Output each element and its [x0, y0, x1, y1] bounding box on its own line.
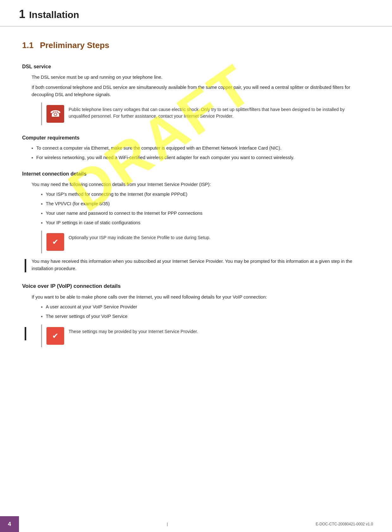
- check-icon: [46, 233, 64, 251]
- voip-heading: Voice over IP (VoIP) connection details: [22, 282, 370, 290]
- list-item-text: The server settings of your VoIP Service: [46, 313, 127, 320]
- dsl-service-heading: DSL service: [22, 63, 370, 71]
- chapter-number: 1: [19, 6, 25, 23]
- dsl-text-2: If both conventional telephone and DSL s…: [32, 84, 370, 98]
- internet-note2: You may have received this information w…: [32, 258, 370, 272]
- list-item: Your ISP's method for connecting to the …: [41, 191, 370, 198]
- dsl-service-section: DSL service The DSL service must be up a…: [22, 63, 370, 125]
- voip-intro: If you want to be able to make phone cal…: [32, 294, 370, 300]
- list-item-text: Your ISP's method for connecting to the …: [46, 191, 187, 198]
- main-content: 1.1Preliminary Steps DSL service The DSL…: [0, 27, 392, 377]
- dsl-service-body: The DSL service must be up and running o…: [32, 74, 370, 125]
- list-item-text: For wireless networking, you will need a…: [36, 154, 294, 161]
- list-item-text: Your user name and password to connect t…: [46, 210, 203, 217]
- computer-requirements-list: To connect a computer via Ethernet, make…: [32, 145, 370, 161]
- phone-warning-icon: [46, 105, 64, 123]
- check-icon-voip: [46, 327, 64, 345]
- internet-connection-section: Internet connection details You may need…: [22, 170, 370, 272]
- list-item: For wireless networking, you will need a…: [32, 154, 370, 161]
- internet-items-list: Your ISP's method for connecting to the …: [41, 191, 370, 226]
- sidebar-marker-internet: [25, 259, 26, 272]
- list-item: A user account at your VoIP Service Prov…: [41, 304, 370, 311]
- dsl-text-1: The DSL service must be up and running o…: [32, 74, 370, 81]
- internet-connection-heading: Internet connection details: [22, 170, 370, 178]
- internet-connection-body: You may need the following connection de…: [32, 181, 370, 253]
- page-footer: 4 | E-DOC-CTC-20080421-0002 v1.0: [0, 516, 392, 532]
- list-item-text: The VPI/VCI (for example 8/35): [46, 201, 110, 207]
- list-item: To connect a computer via Ethernet, make…: [32, 145, 370, 152]
- footer-page-number: 4: [0, 516, 19, 532]
- internet-intro: You may need the following connection de…: [32, 181, 370, 188]
- internet-note-text: Optionally your ISP may indicate the Ser…: [69, 233, 211, 241]
- sidebar-marker-voip: [25, 327, 26, 340]
- list-item: The VPI/VCI (for example 8/35): [41, 201, 370, 207]
- voip-body: If you want to be able to make phone cal…: [32, 294, 370, 347]
- list-item: The server settings of your VoIP Service: [41, 313, 370, 320]
- voip-section: Voice over IP (VoIP) connection details …: [22, 282, 370, 347]
- computer-requirements-section: Computer requirements To connect a compu…: [22, 134, 370, 161]
- voip-note-text: These settings may be provided by your I…: [69, 327, 198, 335]
- list-item-text: Your IP settings in case of static confi…: [46, 220, 140, 226]
- section-title: Preliminary Steps: [40, 40, 109, 50]
- computer-requirements-heading: Computer requirements: [22, 134, 370, 142]
- voip-note-outer: These settings may be provided by your I…: [32, 325, 370, 347]
- list-item: Your user name and password to connect t…: [41, 210, 370, 217]
- footer-doc-number: E-DOC-CTC-20080421-0002 v1.0: [316, 521, 392, 527]
- list-item-text: To connect a computer via Ethernet, make…: [36, 145, 281, 152]
- page-header: 1 Installation: [0, 0, 392, 27]
- section-number: 1.1: [22, 40, 34, 50]
- list-item-text: A user account at your VoIP Service Prov…: [46, 304, 137, 311]
- list-item: Your IP settings in case of static confi…: [41, 220, 370, 226]
- section-heading: 1.1Preliminary Steps: [22, 39, 370, 52]
- voip-note-box: These settings may be provided by your I…: [41, 325, 370, 347]
- footer-center-bar: |: [19, 521, 316, 527]
- internet-note2-container: You may have received this information w…: [32, 258, 370, 272]
- dsl-note-box: Public telephone lines carry voltages th…: [41, 102, 370, 125]
- footer-separator: |: [167, 522, 168, 526]
- chapter-title: Installation: [29, 8, 79, 22]
- voip-list: A user account at your VoIP Service Prov…: [41, 304, 370, 320]
- dsl-note-text: Public telephone lines carry voltages th…: [69, 105, 365, 120]
- internet-note-box: Optionally your ISP may indicate the Ser…: [41, 231, 370, 253]
